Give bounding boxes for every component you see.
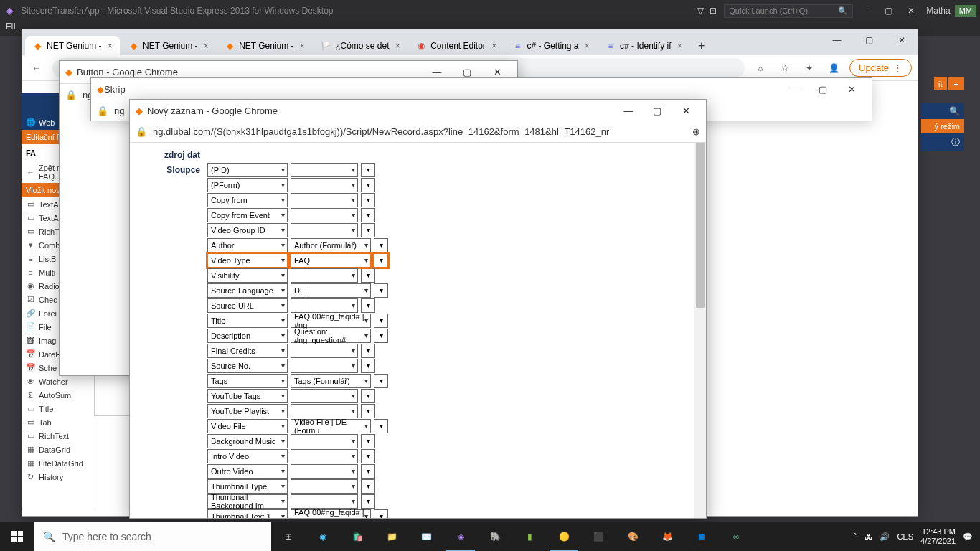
search-icon-right[interactable]: 🔍 (921, 103, 964, 119)
close-button[interactable]: ✕ (672, 102, 700, 119)
vs-user-badge[interactable]: MM (955, 5, 976, 17)
scrollbar[interactable] (694, 143, 706, 518)
help-icon[interactable]: ⓘ (921, 133, 964, 151)
chrome-max-button[interactable]: ▢ (853, 29, 885, 51)
outlook-icon[interactable]: ◼ (684, 522, 719, 551)
taskview-icon[interactable]: ⊞ (271, 522, 306, 551)
edge-icon[interactable]: ◉ (306, 522, 340, 551)
column-value-select[interactable]: ▾ (291, 464, 358, 479)
close-button[interactable]: ✕ (900, 4, 922, 18)
column-value-select[interactable]: ▾ (291, 344, 358, 358)
tray-chevron-icon[interactable]: ˄ (853, 532, 857, 542)
back-button[interactable]: ← (28, 60, 45, 77)
column-value-select[interactable]: ▾ (291, 193, 358, 207)
column-name-select[interactable]: Copy from Event▾ (207, 208, 288, 222)
row-action-button[interactable]: ▾ (361, 163, 375, 177)
column-name-select[interactable]: YouTube Playlist▾ (207, 404, 288, 418)
column-name-select[interactable]: Background Music▾ (207, 434, 288, 448)
tab-net-genium-2[interactable]: ◆NET Genium -× (121, 36, 216, 55)
column-value-select[interactable]: Question: #ng_question#▾ (291, 329, 371, 343)
tab-csharp-1[interactable]: ≡c# - Getting a× (505, 36, 597, 55)
firefox-icon[interactable]: 🦊 (650, 522, 684, 551)
row-action-button[interactable]: ▾ (361, 464, 375, 479)
row-action-button[interactable]: ▾ (374, 419, 388, 433)
chrome-min-button[interactable]: — (821, 29, 853, 51)
extensions-icon[interactable]: ☼ (752, 60, 769, 77)
tray-clock[interactable]: 12:43 PM 4/27/2021 (920, 527, 956, 546)
npp-icon[interactable]: ▮ (512, 522, 547, 551)
sidebar-item-datagrid[interactable]: ▦DataGrid (22, 443, 93, 456)
column-value-select[interactable]: ▾ (291, 298, 358, 313)
row-action-button[interactable]: ▾ (361, 178, 375, 192)
column-name-select[interactable]: Source Language▾ (207, 283, 288, 298)
minimize-button[interactable]: — (854, 4, 876, 18)
paint-icon[interactable]: 🎨 (616, 522, 650, 551)
rezim-label[interactable]: ý režim (921, 119, 964, 133)
tab-content-editor[interactable]: ◉Content Editor× (409, 36, 504, 55)
column-value-select[interactable]: ▾ (291, 404, 358, 418)
tab-close-icon[interactable]: × (107, 40, 113, 51)
notif-icon[interactable]: ▽ (697, 6, 704, 16)
column-name-select[interactable]: Thumbnail Type▾ (207, 479, 288, 494)
column-value-select[interactable]: ▾ (291, 434, 358, 448)
row-action-button[interactable]: ▾ (361, 298, 375, 313)
tab-net-genium-3[interactable]: ◆NET Genium -× (217, 36, 312, 55)
pgadmin-icon[interactable]: 🐘 (478, 522, 512, 551)
tray-notifications-icon[interactable]: 💬 (963, 532, 973, 542)
max-button[interactable]: ▢ (809, 80, 837, 98)
column-value-select[interactable]: FAQ 00#ng_faqid# | #ng_▾ (291, 509, 371, 519)
column-value-select[interactable]: ▾ (291, 208, 358, 222)
row-action-button[interactable]: ▾ (361, 494, 375, 509)
column-value-select[interactable]: ▾ (291, 163, 358, 177)
max-button[interactable]: ▢ (643, 102, 672, 119)
column-value-select[interactable]: ▾ (291, 268, 358, 283)
new-tab-button[interactable]: + (691, 37, 712, 55)
visualstudio-icon[interactable]: ◈ (443, 522, 478, 551)
column-name-select[interactable]: Source No.▾ (207, 359, 288, 373)
sidebar-item-watcher[interactable]: 👁Watcher (22, 375, 93, 388)
row-action-button[interactable]: ▾ (361, 404, 375, 418)
start-button[interactable] (0, 522, 34, 551)
min-button[interactable]: — (780, 80, 809, 98)
tab-como[interactable]: 🏳️¿Cómo se det× (314, 36, 407, 55)
row-action-button[interactable]: ▾ (374, 329, 388, 343)
it-label[interactable]: it (934, 77, 947, 90)
quick-launch-input[interactable]: Quick Launch (Ctrl+Q) 🔍 (724, 4, 853, 18)
column-name-select[interactable]: Video Group ID▾ (207, 223, 288, 237)
tray-lang[interactable]: CES (897, 532, 913, 541)
row-action-button[interactable]: ▾ (374, 283, 388, 298)
column-name-select[interactable]: Final Credits▾ (207, 344, 288, 358)
chrome-icon[interactable]: 🟡 (547, 522, 581, 551)
column-value-select[interactable]: ▾ (291, 479, 358, 494)
column-name-select[interactable]: Video File▾ (207, 419, 288, 433)
profile-icon[interactable]: 👤 (825, 60, 842, 77)
row-action-button[interactable]: ▾ (361, 449, 375, 463)
sidebar-item-autosum[interactable]: ΣAutoSum (22, 388, 93, 402)
tab-close-icon[interactable]: × (677, 40, 682, 51)
row-action-button[interactable]: ▾ (361, 434, 375, 448)
column-name-select[interactable]: (PID)▾ (207, 163, 288, 177)
chrome-close-button[interactable]: ✕ (885, 29, 918, 51)
sidebar-item-title[interactable]: ▭Title (22, 402, 93, 415)
tray-network-icon[interactable]: 🖧 (864, 532, 872, 541)
tab-close-icon[interactable]: × (585, 40, 590, 51)
column-name-select[interactable]: Author▾ (207, 238, 288, 253)
row-action-button[interactable]: ▾ (361, 359, 375, 373)
column-value-select[interactable]: Video File | DE (Formu▾ (291, 419, 371, 433)
zoom-icon[interactable]: ⊕ (692, 126, 700, 137)
sidebar-item-richtext[interactable]: ▭RichText (22, 429, 93, 443)
column-value-select[interactable]: Author (Formulář)▾ (291, 238, 371, 253)
bookmark-icon[interactable]: ☆ (776, 60, 793, 77)
row-action-button[interactable]: ▾ (374, 314, 388, 328)
column-name-select[interactable]: Outro Video▾ (207, 464, 288, 479)
column-name-select[interactable]: Thumbnail Text 1▾ (207, 509, 288, 519)
column-value-select[interactable]: FAQ 00#ng_faqid# | #ng_▾ (291, 314, 371, 328)
column-name-select[interactable]: Thumbnail Background Im▾ (207, 494, 288, 509)
store-icon[interactable]: 🛍️ (340, 522, 374, 551)
address-url[interactable]: ng (114, 105, 124, 116)
tab-csharp-2[interactable]: ≡c# - Identify if× (598, 36, 689, 55)
row-action-button[interactable]: ▾ (361, 389, 375, 403)
row-action-button[interactable]: ▾ (361, 479, 375, 494)
column-name-select[interactable]: Copy from▾ (207, 193, 288, 207)
app-icon[interactable]: ∞ (719, 522, 753, 551)
